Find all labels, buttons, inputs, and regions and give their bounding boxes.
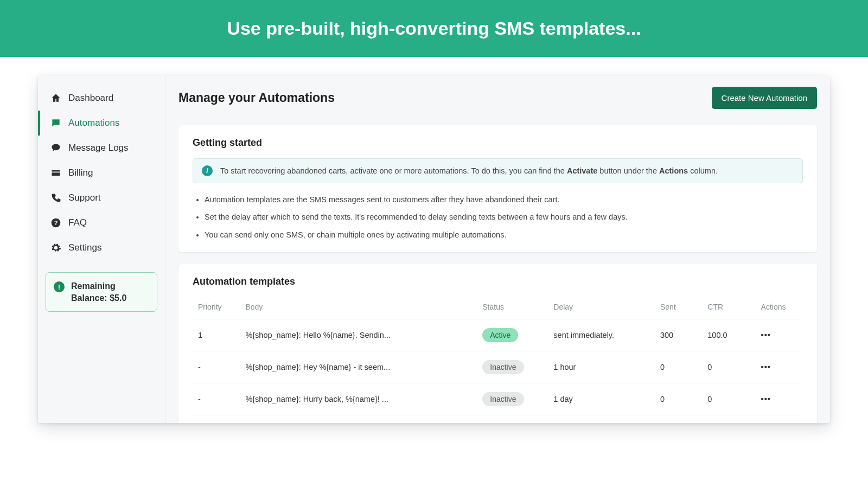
help-icon: ? — [50, 217, 62, 229]
sidebar-item-message-logs[interactable]: Message Logs — [38, 136, 165, 160]
main-content: Manage your Automations Create New Autom… — [165, 76, 830, 423]
row-actions-menu[interactable]: ••• — [756, 351, 803, 383]
status-badge: Inactive — [482, 360, 524, 374]
sidebar-item-label: Message Logs — [68, 143, 129, 153]
cell-body: %{shop_name}: Hey %{name} - it seem... — [240, 351, 477, 383]
chat-icon — [50, 117, 62, 129]
automation-templates-title: Automation templates — [193, 276, 803, 287]
cell-sent: 300 — [655, 319, 702, 351]
sidebar-item-label: Dashboard — [68, 93, 113, 104]
getting-started-title: Getting started — [193, 137, 803, 149]
cell-priority: - — [193, 383, 240, 415]
cell-priority: - — [193, 351, 240, 383]
info-callout-text: To start recovering abandoned carts, act… — [220, 166, 718, 175]
cell-status: Inactive — [477, 351, 548, 383]
sidebar-item-automations[interactable]: Automations — [38, 111, 165, 136]
sidebar-item-label: Automations — [68, 118, 120, 129]
cell-body: %{shop_name}: Hurry back, %{name}! ... — [240, 383, 477, 415]
gear-icon — [50, 242, 62, 254]
info-text-part: To start recovering abandoned carts, act… — [220, 166, 567, 175]
sidebar-item-billing[interactable]: Billing — [38, 160, 165, 185]
remaining-balance-label: Remaining Balance: $5.0 — [71, 280, 149, 304]
sidebar-item-label: FAQ — [68, 217, 87, 228]
page-title: Manage your Automations — [178, 91, 335, 105]
sidebar-item-label: Billing — [68, 168, 93, 178]
cell-ctr: 0 — [702, 383, 755, 415]
col-header-sent: Sent — [655, 297, 702, 319]
cell-status: Inactive — [477, 415, 548, 423]
sidebar-item-dashboard[interactable]: Dashboard — [38, 86, 165, 111]
app-window: Dashboard Automations Message Logs Billi… — [38, 76, 830, 423]
col-header-body: Body — [240, 297, 477, 319]
info-text-part: button under the — [597, 166, 659, 175]
phone-icon — [50, 192, 62, 204]
cell-delay: 1 day — [548, 383, 655, 415]
row-actions-menu[interactable]: ••• — [756, 319, 803, 351]
col-header-actions: Actions — [756, 297, 803, 319]
status-badge: Inactive — [482, 392, 524, 406]
sidebar-item-settings[interactable]: Settings — [38, 235, 165, 260]
card-icon — [50, 167, 62, 179]
cell-priority: 1 — [193, 319, 240, 351]
table-header-row: Priority Body Status Delay Sent CTR Acti… — [193, 297, 803, 319]
cell-sent: 0 — [655, 383, 702, 415]
promo-banner: Use pre-built, high-converting SMS templ… — [0, 0, 868, 57]
remaining-balance-card[interactable]: ! Remaining Balance: $5.0 — [46, 272, 157, 312]
col-header-ctr: CTR — [702, 297, 755, 319]
alert-icon: ! — [54, 281, 65, 292]
svg-text:?: ? — [54, 220, 58, 226]
cell-body: %{shop_name}: Hello %{name}. Sendin... — [240, 319, 477, 351]
cell-delay: 45 minutes — [548, 415, 655, 423]
cell-ctr: 100.0 — [702, 319, 755, 351]
home-icon — [50, 92, 62, 104]
table-row: -%{shop_name}: Hurry back, %{name}! ...I… — [193, 383, 803, 415]
promo-banner-text: Use pre-built, high-converting SMS templ… — [227, 18, 641, 39]
cell-body: %{shop_name}: Stock is running out.... — [240, 415, 477, 423]
col-header-delay: Delay — [548, 297, 655, 319]
status-badge: Active — [482, 328, 518, 342]
row-actions-menu[interactable]: ••• — [756, 383, 803, 415]
info-text-bold: Actions — [659, 166, 688, 175]
cell-status: Active — [477, 319, 548, 351]
info-icon: i — [202, 165, 213, 176]
automation-templates-table: Priority Body Status Delay Sent CTR Acti… — [193, 297, 803, 423]
sidebar: Dashboard Automations Message Logs Billi… — [38, 76, 165, 423]
automation-templates-card: Automation templates Priority Body Statu… — [178, 264, 817, 423]
sidebar-item-label: Support — [68, 192, 101, 203]
bullet-item: You can send only one SMS, or chain mult… — [205, 229, 803, 240]
cell-priority: - — [193, 415, 240, 423]
table-row: 1%{shop_name}: Hello %{name}. Sendin...A… — [193, 319, 803, 351]
getting-started-card: Getting started i To start recovering ab… — [178, 125, 817, 252]
cell-delay: sent immediately. — [548, 319, 655, 351]
col-header-priority: Priority — [193, 297, 240, 319]
cell-sent: 0 — [655, 351, 702, 383]
row-actions-menu[interactable]: ••• — [756, 415, 803, 423]
main-header: Manage your Automations Create New Autom… — [178, 87, 817, 109]
bullet-item: Automation templates are the SMS message… — [205, 194, 803, 205]
info-text-bold: Activate — [567, 166, 597, 175]
cell-delay: 1 hour — [548, 351, 655, 383]
table-row: -%{shop_name}: Hey %{name} - it seem...I… — [193, 351, 803, 383]
sidebar-item-faq[interactable]: ? FAQ — [38, 210, 165, 235]
bullet-item: Set the delay after which to send the te… — [205, 211, 803, 222]
sms-bubble-icon — [50, 142, 62, 154]
cell-ctr: 0 — [702, 351, 755, 383]
col-header-status: Status — [477, 297, 548, 319]
sidebar-item-support[interactable]: Support — [38, 185, 165, 210]
cell-sent: 0 — [655, 415, 702, 423]
sidebar-item-label: Settings — [68, 242, 101, 253]
getting-started-bullets: Automation templates are the SMS message… — [193, 194, 803, 240]
cell-ctr: 0 — [702, 415, 755, 423]
create-new-automation-button[interactable]: Create New Automation — [712, 87, 817, 109]
info-callout: i To start recovering abandoned carts, a… — [193, 158, 803, 183]
table-row: -%{shop_name}: Stock is running out....I… — [193, 415, 803, 423]
info-text-part: column. — [688, 166, 718, 175]
cell-status: Inactive — [477, 383, 548, 415]
